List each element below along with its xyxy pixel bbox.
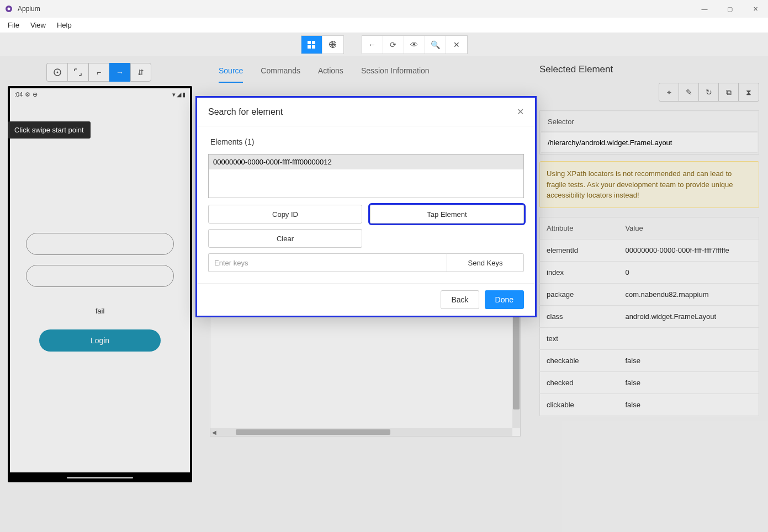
elements-count-label: Elements (1) bbox=[210, 137, 524, 146]
copy-id-button[interactable]: Copy ID bbox=[208, 205, 362, 224]
menu-view[interactable]: View bbox=[25, 19, 51, 31]
native-mode-button[interactable] bbox=[301, 36, 322, 54]
eye-icon: 👁 bbox=[410, 40, 418, 49]
record-button[interactable]: 👁 bbox=[404, 36, 425, 54]
search-icon: 🔍 bbox=[431, 40, 440, 49]
window-title: Appium bbox=[18, 5, 40, 13]
modal-close-button[interactable]: ✕ bbox=[517, 107, 524, 117]
close-button[interactable]: ✕ bbox=[743, 0, 768, 18]
quit-button[interactable]: ✕ bbox=[446, 36, 467, 54]
enter-keys-input[interactable]: Enter keys bbox=[208, 253, 447, 272]
elements-list[interactable]: 00000000-0000-000f-ffff-ffff00000012 bbox=[208, 154, 524, 198]
title-bar: Appium — ▢ ✕ bbox=[0, 0, 768, 18]
app-icon bbox=[4, 4, 13, 13]
grid-icon bbox=[308, 41, 315, 49]
menu-help[interactable]: Help bbox=[51, 19, 77, 31]
top-toolbar: 🌐︎ ← ⟳ 👁 🔍 ✕ bbox=[0, 33, 768, 56]
tap-element-button[interactable]: Tap Element bbox=[370, 205, 524, 224]
refresh-icon: ⟳ bbox=[390, 40, 396, 49]
svg-point-1 bbox=[8, 8, 10, 10]
refresh-button[interactable]: ⟳ bbox=[383, 36, 404, 54]
search-element-modal: Search for element ✕ Elements (1) 000000… bbox=[195, 96, 537, 317]
clear-button[interactable]: Clear bbox=[208, 229, 362, 248]
minimize-button[interactable]: — bbox=[692, 0, 717, 18]
svg-rect-2 bbox=[308, 41, 311, 44]
done-button[interactable]: Done bbox=[485, 290, 524, 309]
globe-icon: 🌐︎ bbox=[329, 40, 337, 49]
svg-rect-5 bbox=[312, 45, 315, 49]
svg-rect-4 bbox=[308, 45, 311, 49]
menu-bar: File View Help bbox=[0, 18, 768, 33]
maximize-button[interactable]: ▢ bbox=[717, 0, 743, 18]
search-button[interactable]: 🔍 bbox=[425, 36, 446, 54]
menu-file[interactable]: File bbox=[2, 19, 25, 31]
svg-rect-3 bbox=[312, 41, 315, 44]
back-button[interactable]: ← bbox=[362, 36, 383, 54]
web-mode-button[interactable]: 🌐︎ bbox=[322, 36, 343, 54]
modal-title: Search for element bbox=[208, 107, 283, 117]
arrow-left-icon: ← bbox=[368, 40, 376, 49]
back-button-modal[interactable]: Back bbox=[441, 290, 479, 309]
element-list-item[interactable]: 00000000-0000-000f-ffff-ffff00000012 bbox=[209, 155, 523, 169]
send-keys-button[interactable]: Send Keys bbox=[447, 253, 524, 272]
x-icon: ✕ bbox=[453, 40, 460, 49]
